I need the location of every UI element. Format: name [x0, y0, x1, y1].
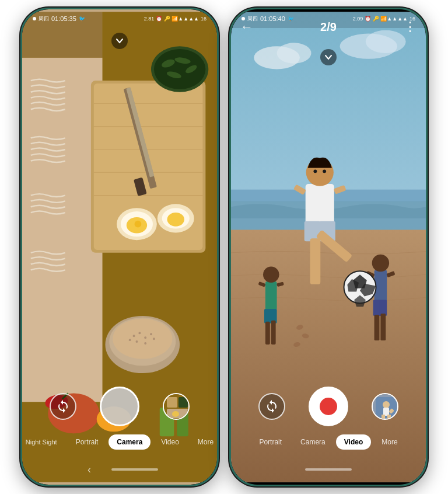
svg-point-34	[144, 342, 146, 345]
nav-bar-left: ‹	[22, 454, 217, 485]
mode-portrait-right[interactable]: Portrait	[251, 434, 290, 450]
thumbnail-right[interactable]	[372, 393, 398, 420]
more-dots-right[interactable]: ⋮	[404, 19, 416, 34]
photo-counter-right: 2/9	[320, 20, 337, 34]
status-icon-left: 🐦	[79, 16, 85, 22]
record-dot-right	[320, 398, 337, 415]
svg-rect-45	[167, 397, 177, 408]
mode-more-right[interactable]: More	[373, 434, 405, 450]
svg-point-31	[144, 336, 146, 339]
dropdown-left[interactable]	[111, 33, 128, 49]
home-indicator-left[interactable]	[111, 468, 158, 471]
svg-point-30	[138, 332, 141, 334]
mode-video-right[interactable]: Video	[336, 434, 371, 450]
flip-camera-btn-right[interactable]	[258, 393, 285, 420]
svg-point-36	[129, 339, 131, 341]
svg-point-82	[313, 169, 317, 173]
left-phone-frame: 周四 01:05:35 🐦 2.81 ⏰ 🔑 📶▲▲▲▲ 16	[20, 8, 219, 486]
svg-point-35	[153, 338, 155, 340]
shutter-row-right	[231, 387, 426, 426]
status-dot-left	[33, 17, 36, 20]
left-phone: 周四 01:05:35 🐦 2.81 ⏰ 🔑 📶▲▲▲▲ 16	[20, 8, 219, 486]
thumbnail-left[interactable]	[163, 393, 190, 420]
mode-more-left[interactable]: More	[190, 434, 217, 450]
camera-controls-right: Portrait Camera Video More	[231, 387, 426, 450]
mode-night-sight[interactable]: Night Sight	[22, 435, 65, 449]
left-phone-screen: 周四 01:05:35 🐦 2.81 ⏰ 🔑 📶▲▲▲▲ 16	[22, 9, 217, 485]
mode-portrait-left[interactable]: Portrait	[68, 434, 107, 450]
status-left-left: 周四 01:05:35 🐦	[33, 15, 85, 23]
svg-point-29	[133, 335, 135, 337]
svg-point-51	[277, 43, 312, 63]
status-right-left: 2.81 ⏰ 🔑 📶▲▲▲▲ 16	[144, 16, 206, 22]
svg-point-32	[150, 333, 152, 335]
svg-rect-2	[22, 58, 103, 402]
svg-point-21	[154, 49, 205, 89]
nav-bar-right	[231, 454, 426, 485]
svg-point-93	[383, 401, 390, 408]
svg-point-16	[135, 221, 142, 228]
svg-rect-60	[265, 281, 277, 310]
right-phone-frame: 周四 01:05:40 🐦 2.09 ⏰ 🔑 📶▲▲▲▲ 16 ← 2/9 ⋮	[229, 8, 428, 486]
battery-left: 16	[201, 16, 206, 22]
mode-tabs-left: Night Sight Portrait Camera Video More	[22, 434, 217, 450]
svg-rect-76	[306, 184, 334, 224]
mode-camera-right[interactable]: Camera	[292, 434, 334, 450]
svg-rect-71	[374, 315, 380, 340]
status-day-left: 周四	[38, 15, 49, 23]
svg-point-33	[136, 340, 138, 343]
svg-point-73	[372, 255, 389, 272]
mode-tabs-right: Portrait Camera Video More	[231, 434, 426, 450]
signal-left: 2.81	[144, 16, 155, 22]
mode-camera-left[interactable]: Camera	[108, 434, 150, 450]
phone-header-right: ← 2/9 ⋮	[231, 9, 426, 40]
svg-rect-70	[379, 300, 387, 316]
status-time-left: 01:05:35	[51, 15, 76, 22]
svg-rect-95	[382, 415, 385, 419]
back-arrow-right[interactable]: ←	[240, 19, 253, 34]
svg-rect-72	[380, 314, 386, 340]
home-indicator-right[interactable]	[305, 468, 352, 471]
mode-video-left[interactable]: Video	[153, 434, 187, 450]
svg-point-83	[323, 169, 326, 173]
svg-point-48	[172, 411, 179, 417]
dropdown-right[interactable]	[320, 49, 337, 65]
svg-point-28	[113, 319, 172, 359]
shutter-row-left	[22, 387, 217, 426]
status-icons-left: ⏰ 🔑 📶▲▲▲▲	[156, 16, 199, 22]
status-bar-left: 周四 01:05:35 🐦 2.81 ⏰ 🔑 📶▲▲▲▲ 16	[22, 9, 217, 28]
svg-rect-46	[178, 397, 188, 408]
right-phone: 周四 01:05:40 🐦 2.09 ⏰ 🔑 📶▲▲▲▲ 16 ← 2/9 ⋮	[229, 8, 428, 486]
shutter-camera-left[interactable]	[100, 387, 139, 426]
back-nav-left[interactable]: ‹	[81, 461, 97, 478]
svg-rect-63	[265, 322, 270, 345]
flip-camera-btn-left[interactable]	[50, 393, 76, 420]
shutter-video-right[interactable]	[309, 387, 348, 426]
svg-rect-64	[271, 321, 276, 345]
svg-rect-96	[387, 415, 391, 419]
camera-controls-left: Night Sight Portrait Camera Video More	[22, 387, 217, 450]
svg-point-19	[167, 213, 184, 227]
svg-rect-94	[383, 408, 389, 416]
right-phone-screen: 周四 01:05:40 🐦 2.09 ⏰ 🔑 📶▲▲▲▲ 16 ← 2/9 ⋮	[231, 9, 426, 485]
svg-point-65	[263, 266, 279, 283]
svg-rect-79	[310, 238, 321, 284]
